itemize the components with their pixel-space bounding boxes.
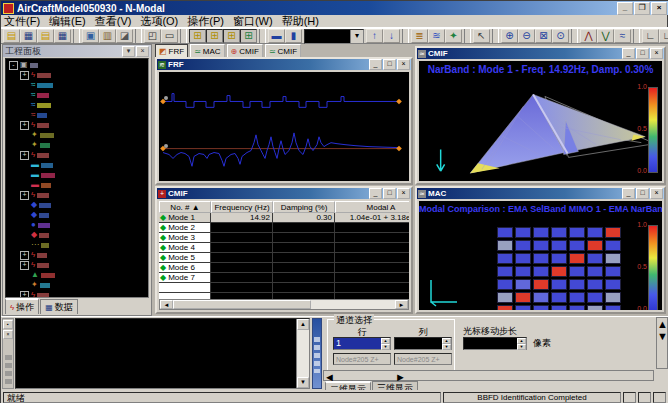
minimize-button[interactable]: _ [617, 2, 633, 15]
cursor-step-spinner[interactable]: ▲▼ [463, 337, 527, 350]
mac-cell-1-0[interactable] [497, 240, 513, 251]
menu-item-0[interactable]: 文件(F) [4, 14, 40, 29]
project-tree[interactable]: -▣+ϟ≈≈≈≈+ϟ✦✦+ϟ▬▬▬+ϟ◆◆●◆⋯+ϟ+ϟ▲✦+ϟ● [5, 58, 149, 298]
zoom-out-button[interactable]: ⊖ [518, 29, 535, 43]
peak-pick-button[interactable]: ⋀ [580, 29, 597, 43]
pin-icon[interactable]: ▪ [3, 320, 13, 329]
tree-node-17[interactable]: ◆ [6, 230, 148, 240]
mac-cell-4-2[interactable] [533, 279, 549, 290]
menu-item-1[interactable]: 编辑(E) [49, 14, 86, 29]
mac-cell-6-2[interactable] [533, 305, 549, 310]
menu-item-6[interactable]: 帮助(H) [282, 14, 319, 29]
table-row[interactable]: ◆Mode 114.920.301.04e-01 + 3.18e+00 [159, 213, 409, 223]
mac-cell-4-5[interactable] [587, 279, 603, 290]
mode-label-cell[interactable]: ◆Mode 7 [159, 273, 211, 283]
close-button[interactable]: × [651, 2, 667, 15]
tree-node-11[interactable]: ▬ [6, 170, 148, 180]
column-spinner-value[interactable] [395, 338, 442, 349]
table-row[interactable]: ◆Mode 7 [159, 273, 409, 283]
mac-cell-3-6[interactable] [605, 266, 621, 277]
mac-cell-3-2[interactable] [533, 266, 549, 277]
zoom-in-button[interactable]: ⊕ [501, 29, 518, 43]
shape3d-maximize-button[interactable]: □ [636, 48, 649, 59]
band-chart-button[interactable]: ≣ [411, 29, 428, 43]
table-row[interactable]: ◆Mode 4 [159, 243, 409, 253]
tree-expand-box[interactable]: + [20, 71, 29, 80]
mac-cell-0-3[interactable] [551, 227, 567, 238]
mac-cell-0-5[interactable] [587, 227, 603, 238]
mode-label-cell[interactable]: ◆Mode 4 [159, 243, 211, 253]
layout-single-button[interactable]: ⊞ [240, 29, 257, 43]
project-tab-1[interactable]: ▦数据 [40, 299, 78, 314]
cursor-step-down[interactable]: ▼ [517, 344, 526, 350]
shape3d-titlebar[interactable]: ≃ CMIF _ □ × [417, 48, 664, 59]
tree-node-14[interactable]: ◆ [6, 200, 148, 210]
tile-windows-button[interactable]: ▮ [285, 29, 302, 43]
control-vscrollbar[interactable]: ▲ ▼ [656, 317, 668, 369]
tree-node-22[interactable]: ✦ [6, 280, 148, 290]
scroll-up-arrow[interactable]: ▲ [657, 318, 667, 330]
menu-item-2[interactable]: 查看(V) [95, 14, 132, 29]
cmif-table-close-button[interactable]: × [397, 188, 410, 199]
tree-node-5[interactable]: ≈ [6, 110, 148, 120]
mac-cell-4-6[interactable] [605, 279, 621, 290]
mac-cell-6-6[interactable] [605, 305, 621, 310]
mac-cell-6-0[interactable] [497, 305, 513, 310]
close-icon[interactable]: × [3, 330, 13, 339]
row-spinner-value[interactable]: 1 [334, 338, 381, 349]
panel-pin-button[interactable]: ▾ [122, 46, 135, 57]
tree-node-18[interactable]: ⋯ [6, 240, 148, 250]
tree-node-2[interactable]: ≈ [6, 80, 148, 90]
menu-item-4[interactable]: 操作(P) [187, 14, 224, 29]
column-spin-down[interactable]: ▼ [442, 344, 451, 350]
row-spin-down[interactable]: ▼ [381, 344, 390, 350]
mac-cell-0-1[interactable] [515, 227, 531, 238]
tree-node-8[interactable]: ✦ [6, 140, 148, 150]
doc-tab-frf-0[interactable]: ◩FRF [155, 44, 188, 58]
scroll-left-arrow[interactable]: ◄ [160, 300, 173, 309]
control-hscrollbar[interactable]: ◄ ► [323, 370, 654, 381]
scroll-left-arrow[interactable]: ◄ [324, 371, 335, 380]
menu-item-5[interactable]: 窗口(W) [233, 14, 273, 29]
mac-minimize-button[interactable]: _ [622, 188, 635, 199]
mac-titlebar[interactable]: ≃ MAC _ □ × [417, 188, 664, 199]
mac-cell-3-3[interactable] [551, 266, 567, 277]
mac-cell-2-5[interactable] [587, 253, 603, 264]
zoom-reset-button[interactable]: ⊙ [552, 29, 569, 43]
print-preview-button[interactable]: ◰ [144, 29, 161, 43]
mac-maximize-button[interactable]: □ [636, 188, 649, 199]
copy-button[interactable]: ▣ [82, 29, 99, 43]
tree-node-6[interactable]: +ϟ [6, 120, 148, 130]
import-button[interactable]: ▤ [37, 29, 54, 43]
move-up-button[interactable]: ↑ [366, 29, 383, 43]
tree-node-4[interactable]: ≈ [6, 100, 148, 110]
row-spinner[interactable]: 1 ▲▼ [333, 337, 391, 350]
mac-cell-4-1[interactable] [515, 279, 531, 290]
mac-cell-6-4[interactable] [569, 305, 585, 310]
column-header-3[interactable]: Modal A [335, 201, 409, 213]
tree-node-9[interactable]: +ϟ [6, 150, 148, 160]
scroll-track[interactable] [173, 300, 395, 309]
mac-cell-3-0[interactable] [497, 266, 513, 277]
shape3d-minimize-button[interactable]: _ [622, 48, 635, 59]
tree-node-7[interactable]: ✦ [6, 130, 148, 140]
output-vscrollbar[interactable]: ▲ ▼ [296, 319, 309, 388]
mac-close-button[interactable]: × [650, 188, 663, 199]
cursor-step-value[interactable] [464, 338, 517, 349]
mac-cell-1-2[interactable] [533, 240, 549, 251]
mac-cell-1-5[interactable] [587, 240, 603, 251]
mac-cell-4-0[interactable] [497, 279, 513, 290]
tree-expand-box[interactable]: + [20, 261, 29, 270]
mac-cell-3-5[interactable] [587, 266, 603, 277]
scroll-down-arrow[interactable]: ▼ [657, 330, 667, 342]
cursor-button[interactable]: ≈ [614, 29, 631, 43]
mac-cell-6-3[interactable] [551, 305, 567, 310]
layout-quad-button[interactable]: ⊞ [189, 29, 206, 43]
tree-node-20[interactable]: +ϟ [6, 260, 148, 270]
menu-item-3[interactable]: 选项(O) [140, 14, 178, 29]
mode-label-cell[interactable]: ◆Mode 2 [159, 223, 211, 233]
scroll-up-arrow[interactable]: ▲ [297, 319, 309, 330]
collapsed-output-panel-tab[interactable]: ▪ × [2, 318, 14, 389]
mac-cell-5-5[interactable] [587, 292, 603, 303]
doc-tab-cmif-2[interactable]: ⊕CMIF [227, 44, 263, 58]
